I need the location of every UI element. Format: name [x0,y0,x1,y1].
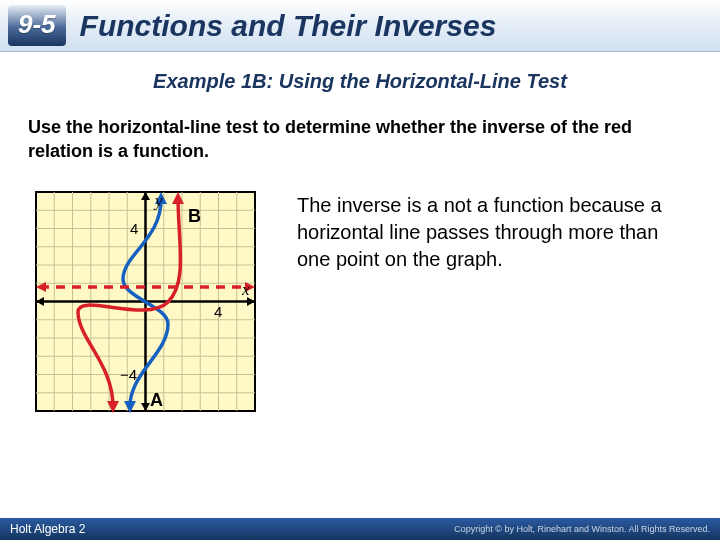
example-prompt: Use the horizontal-line test to determin… [28,115,692,164]
curve-label-a: A [150,390,163,410]
graph-figure: y x 4 −4 4 A B [28,184,263,419]
footer-book-title: Holt Algebra 2 [10,522,85,536]
tick-x-pos: 4 [214,303,222,320]
lesson-title: Functions and Their Inverses [80,9,497,43]
tick-y-neg: −4 [120,366,137,383]
example-heading: Example 1B: Using the Horizontal-Line Te… [28,70,692,93]
body-row: y x 4 −4 4 A B The inverse is a not a fu… [28,184,692,419]
footer-copyright: Copyright © by Holt, Rinehart and Winsto… [454,524,710,534]
tick-y-pos: 4 [130,220,138,237]
lesson-number-badge: 9-5 [8,5,66,46]
slide-header: 9-5 Functions and Their Inverses [0,0,720,52]
slide-content: Example 1B: Using the Horizontal-Line Te… [0,52,720,419]
y-axis-label: y [153,191,163,210]
slide-footer: Holt Algebra 2 Copyright © by Holt, Rine… [0,518,720,540]
example-answer: The inverse is a not a function because … [287,184,692,273]
x-axis-label: x [241,280,250,299]
curve-label-b: B [188,206,201,226]
